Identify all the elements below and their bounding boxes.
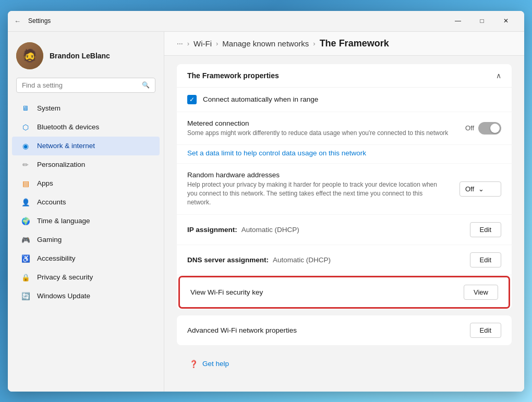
random-hw-desc: Help protect your privacy by making it h… xyxy=(187,180,438,206)
ip-info: IP assignment: Automatic (DHCP) xyxy=(187,226,464,234)
breadcrumb-manage[interactable]: Manage known networks xyxy=(222,39,309,48)
get-help-row[interactable]: ❓ Get help xyxy=(177,351,512,376)
breadcrumb-sep-2: › xyxy=(216,40,218,47)
breadcrumb: ··· › Wi-Fi › Manage known networks › Th… xyxy=(164,32,524,56)
sidebar-label-accounts: Accounts xyxy=(37,198,66,206)
network-icon: ◉ xyxy=(20,141,31,151)
advanced-label: Advanced Wi-Fi network properties xyxy=(187,326,464,334)
data-limit-row: Set a data limit to help control data us… xyxy=(177,145,512,164)
sidebar-item-accounts[interactable]: 👤 Accounts xyxy=(12,193,160,212)
time-icon: 🌍 xyxy=(20,216,31,226)
sidebar-item-network[interactable]: ◉ Network & internet xyxy=(12,137,160,155)
ip-label: IP assignment: Automatic (DHCP) xyxy=(187,226,464,234)
search-box[interactable]: 🔍 xyxy=(16,78,155,93)
sidebar-label-network: Network & internet xyxy=(37,142,95,150)
ip-edit-button[interactable]: Edit xyxy=(470,222,501,237)
wifi-key-label: View Wi-Fi security key xyxy=(190,288,457,296)
advanced-edit-button[interactable]: Edit xyxy=(470,323,501,338)
search-input[interactable] xyxy=(22,81,138,89)
random-hw-chevron: ⌄ xyxy=(478,185,484,193)
framework-properties-card: The Framework properties ∧ ✓ Connect aut… xyxy=(177,64,512,309)
toggle-thumb xyxy=(490,124,500,133)
advanced-info: Advanced Wi-Fi network properties xyxy=(187,326,464,334)
settings-panel: The Framework properties ∧ ✓ Connect aut… xyxy=(164,56,524,392)
connect-auto-label: Connect automatically when in range xyxy=(203,95,318,103)
window-controls: — □ ✕ xyxy=(446,13,518,29)
dns-value: Automatic (DHCP) xyxy=(273,256,331,264)
connect-auto-row: ✓ Connect automatically when in range xyxy=(177,88,512,112)
get-help-icon: ❓ xyxy=(189,360,198,368)
privacy-icon: 🔒 xyxy=(20,272,31,283)
sidebar-label-accessibility: Accessibility xyxy=(37,254,76,262)
close-button[interactable]: ✕ xyxy=(494,13,518,29)
breadcrumb-wifi[interactable]: Wi-Fi xyxy=(194,39,212,48)
sidebar-item-apps[interactable]: ▤ Apps xyxy=(12,174,160,193)
metered-info: Metered connection Some apps might work … xyxy=(187,119,465,138)
sidebar-item-update[interactable]: 🔄 Windows Update xyxy=(12,287,160,306)
advanced-row: Advanced Wi-Fi network properties Edit xyxy=(177,315,512,345)
breadcrumb-current: The Framework xyxy=(320,38,389,49)
sidebar-label-apps: Apps xyxy=(37,179,53,187)
sidebar-label-gaming: Gaming xyxy=(37,236,62,243)
advanced-wifi-card: Advanced Wi-Fi network properties Edit xyxy=(177,315,512,345)
metered-row: Metered connection Some apps might work … xyxy=(177,112,512,145)
system-icon: 🖥 xyxy=(20,103,31,114)
sidebar-label-time: Time & language xyxy=(37,217,90,225)
sidebar-item-bluetooth[interactable]: ⬡ Bluetooth & devices xyxy=(12,118,160,137)
view-wifi-key-button[interactable]: View xyxy=(464,285,498,300)
wifi-key-row: View Wi-Fi security key View xyxy=(180,277,509,307)
wifi-key-info: View Wi-Fi security key xyxy=(190,288,457,296)
gaming-icon: 🎮 xyxy=(20,235,31,245)
breadcrumb-dots[interactable]: ··· xyxy=(177,39,183,47)
section-title: The Framework properties xyxy=(187,71,279,80)
metered-desc: Some apps might work differently to redu… xyxy=(187,129,465,138)
dns-label-text: DNS server assignment: xyxy=(187,256,269,264)
section-header[interactable]: The Framework properties ∧ xyxy=(177,64,512,88)
user-section: 🧔 Brandon LeBlanc xyxy=(8,38,164,78)
sidebar-label-bluetooth: Bluetooth & devices xyxy=(37,123,99,131)
sidebar-label-privacy: Privacy & security xyxy=(37,273,93,281)
metered-label: Metered connection xyxy=(187,119,465,127)
window-title: Settings xyxy=(24,17,446,25)
ip-value: Automatic (DHCP) xyxy=(241,226,299,234)
random-hw-label: Random hardware addresses xyxy=(187,171,453,179)
bluetooth-icon: ⬡ xyxy=(20,122,31,132)
dns-row: DNS server assignment: Automatic (DHCP) … xyxy=(177,245,512,275)
random-hw-row: Random hardware addresses Help protect y… xyxy=(177,164,512,214)
dns-info: DNS server assignment: Automatic (DHCP) xyxy=(187,256,464,264)
sidebar-label-update: Windows Update xyxy=(37,292,90,300)
accounts-icon: 👤 xyxy=(20,197,31,208)
dns-edit-button[interactable]: Edit xyxy=(470,252,501,267)
settings-window: ← Settings — □ ✕ 🧔 Brandon LeBlanc 🔍 xyxy=(8,11,524,392)
collapse-icon: ∧ xyxy=(496,71,501,80)
sidebar: 🧔 Brandon LeBlanc 🔍 🖥 System ⬡ Bluetooth… xyxy=(8,32,164,392)
accessibility-icon: ♿ xyxy=(20,253,31,264)
main-content: ··· › Wi-Fi › Manage known networks › Th… xyxy=(164,32,524,392)
metered-inner: Metered connection Some apps might work … xyxy=(187,119,501,138)
user-name: Brandon LeBlanc xyxy=(50,52,110,60)
apps-icon: ▤ xyxy=(20,178,31,189)
random-hw-value: Off xyxy=(465,185,474,193)
get-help-label: Get help xyxy=(202,360,229,368)
sidebar-item-time[interactable]: 🌍 Time & language xyxy=(12,212,160,230)
sidebar-item-accessibility[interactable]: ♿ Accessibility xyxy=(12,249,160,268)
sidebar-item-privacy[interactable]: 🔒 Privacy & security xyxy=(12,268,160,287)
metered-toggle[interactable] xyxy=(478,122,501,135)
ip-row: IP assignment: Automatic (DHCP) Edit xyxy=(177,215,512,245)
update-icon: 🔄 xyxy=(20,291,31,301)
breadcrumb-sep-3: › xyxy=(313,40,315,47)
breadcrumb-sep-1: › xyxy=(187,40,189,47)
sidebar-label-personalization: Personalization xyxy=(37,161,85,168)
sidebar-item-personalization[interactable]: ✏ Personalization xyxy=(12,155,160,174)
sidebar-item-gaming[interactable]: 🎮 Gaming xyxy=(12,230,160,249)
sidebar-item-system[interactable]: 🖥 System xyxy=(12,99,160,118)
metered-toggle-group: Off xyxy=(465,122,501,135)
titlebar: ← Settings — □ ✕ xyxy=(8,11,524,32)
minimize-button[interactable]: — xyxy=(446,13,470,29)
maximize-button[interactable]: □ xyxy=(470,13,494,29)
connect-auto-checkbox[interactable]: ✓ xyxy=(187,95,197,104)
sidebar-label-system: System xyxy=(37,104,61,112)
random-hw-select[interactable]: Off ⌄ xyxy=(460,181,501,197)
data-limit-link[interactable]: Set a data limit to help control data us… xyxy=(187,149,366,157)
random-hw-info: Random hardware addresses Help protect y… xyxy=(187,171,453,206)
